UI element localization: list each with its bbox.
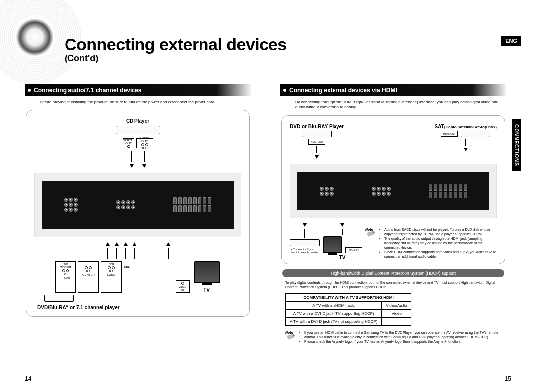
hdmi-in: HDMI IN (345, 247, 362, 253)
dvd-label: DVD or Blu-RAY Player (290, 124, 344, 129)
compat-table: COMPATIBILITY WITH A TV SUPPORTING HDMI … (285, 293, 411, 326)
pencil-icon (367, 231, 374, 237)
hdcp-desc: To play digital contents through the HDM… (285, 280, 501, 289)
dvd-box (302, 131, 332, 137)
hdmi-out-1: HDMI OUT (308, 139, 325, 145)
table-row: A TV with a DVI-D jack (TV not supportin… (286, 317, 411, 325)
dvd-player-box (44, 295, 74, 302)
tv-icon (194, 261, 220, 283)
note-item: Please check the Anynet+ logo. If your T… (304, 339, 501, 344)
center-block: R L CENTER (78, 261, 99, 293)
compat-header: COMPATIBILITY WITH A TV SUPPORTING HDMI (286, 293, 411, 301)
sat-box (461, 131, 490, 137)
section-header-hdmi: Connecting external devices via HDMI (280, 84, 506, 96)
note-item: Audio from SACD discs will not be played… (384, 227, 497, 236)
tv-label-right: TV (339, 255, 346, 260)
note-item: The quality of the audio output through … (384, 236, 497, 250)
diagram-audio: CD Player DIGITAL OUT AUDIO OUT R L (26, 110, 250, 317)
sub-woofer-block: SUB WOOFER R L FRONT (55, 261, 76, 293)
cd-player-label: CD Player (126, 118, 149, 124)
page-left: Connecting audio/7.1 channel devices Bef… (0, 0, 266, 392)
diagram-hdmi: DVD or Blu-RAY Player HDMI OUT SAT(Cable… (281, 115, 505, 264)
anynet-note: • Connect it if you want to use Anynet+. (291, 248, 319, 254)
sbr-block: SBR R L SURR. (101, 261, 122, 293)
hdmi-intro-text: By connecting through the HDMI(High-Defi… (295, 100, 501, 110)
anynet-box (290, 239, 320, 246)
section-header-audio: Connecting audio/7.1 channel devices (25, 84, 251, 96)
hdcp-pill: High-bandwidth Digital Content Protectio… (282, 269, 504, 277)
hdmi-out-2: HDMI OUT (441, 131, 458, 137)
tv-label: TV (203, 287, 210, 293)
dvd-bottom-label: DVD/Blu-RAY or 7.1 channel player (37, 305, 241, 310)
amplifier-rear-hdmi (290, 164, 497, 218)
tv-icon-right (323, 236, 342, 253)
video-in-block: VIDEO IN (176, 280, 190, 293)
table-row: A TV with an HDMI jack.Video/Audio (286, 301, 411, 309)
audio-out-port: AUDIO OUT R L (136, 138, 153, 148)
page-right: Connecting external devices via HDMI By … (266, 0, 536, 392)
sat-label: SAT (435, 124, 444, 129)
table-row: A TV with a DVI-D jack (TV supporting HD… (286, 309, 411, 317)
digital-out-port: DIGITAL OUT (123, 138, 134, 148)
pencil-icon (287, 334, 294, 340)
caution-text: Before moving or installing the product,… (40, 100, 246, 105)
note-item: If you use an HDMI cable to connect a Sa… (304, 330, 501, 339)
amplifier-rear (34, 173, 241, 237)
cd-player-box (116, 126, 160, 134)
sat-sublabel: (Cable/Satellite/Set-top box) (444, 125, 497, 129)
note-item: Since HDMI connection supports both vide… (384, 250, 497, 259)
note-list: Audio from SACD discs will not be played… (378, 227, 497, 259)
note-list-2: If you use an HDMI cable to connect a Sa… (298, 330, 501, 344)
page-number-right: 15 (505, 375, 511, 382)
page-number-left: 14 (25, 375, 31, 382)
